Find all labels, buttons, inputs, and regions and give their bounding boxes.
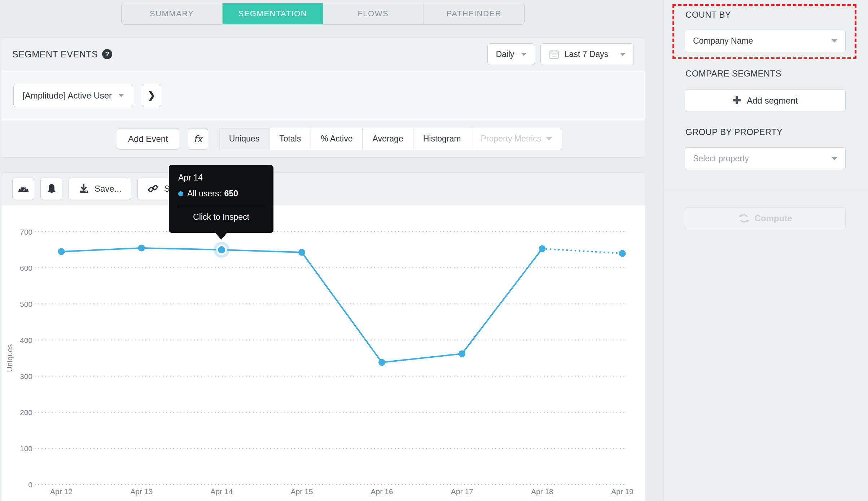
compare-segments-heading: COMPARE SEGMENTS: [685, 69, 781, 79]
metric-option-percent-active[interactable]: % Active: [311, 128, 362, 150]
refresh-icon: [738, 213, 749, 224]
view-tabs: SUMMARY SEGMENTATION FLOWS PATHFINDER: [121, 3, 525, 25]
svg-text:0: 0: [28, 480, 32, 489]
formula-button[interactable]: fx: [188, 128, 208, 150]
speedometer-icon: [17, 183, 30, 194]
chart-tooltip: Apr 14 All users: 650 Click to Inspect: [169, 165, 273, 233]
count-by-heading: COUNT BY: [685, 10, 731, 20]
alert-button[interactable]: [40, 178, 62, 200]
event-row: [Amplitude] Active User ❯: [1, 71, 645, 120]
add-event-label: Add Event: [128, 134, 168, 144]
expand-event-button[interactable]: ❯: [142, 84, 161, 107]
tooltip-date: Apr 14: [178, 173, 264, 183]
tab-pathfinder[interactable]: PATHFINDER: [424, 3, 525, 24]
add-event-button[interactable]: Add Event: [117, 128, 179, 150]
add-segment-button[interactable]: ✚ Add segment: [685, 89, 846, 112]
add-segment-label: Add segment: [747, 96, 798, 106]
chevron-down-icon: [118, 94, 124, 97]
save-label: Save...: [95, 184, 122, 194]
svg-text:Apr 13: Apr 13: [130, 487, 153, 496]
granularity-value: Daily: [496, 49, 514, 59]
help-icon[interactable]: ?: [102, 49, 112, 59]
metric-option-uniques[interactable]: Uniques: [219, 128, 269, 150]
metric-option-totals[interactable]: Totals: [269, 128, 311, 150]
save-button[interactable]: Save...: [69, 178, 131, 200]
compute-button[interactable]: Compute: [685, 207, 846, 229]
date-range-value: Last 7 Days: [565, 49, 608, 59]
group-by-placeholder: Select property: [693, 154, 749, 164]
event-dropdown-value: [Amplitude] Active User: [22, 91, 112, 101]
chevron-right-icon: ❯: [148, 90, 155, 101]
chevron-down-icon: [832, 39, 837, 43]
chevron-down-icon: [521, 53, 527, 56]
property-metrics-dropdown[interactable]: Property Metrics: [471, 128, 562, 150]
count-by-dropdown[interactable]: Company Name: [685, 30, 846, 52]
tooltip-value: 650: [224, 189, 238, 199]
series-dot-icon: [178, 191, 183, 196]
dashboard-button[interactable]: [12, 178, 34, 200]
svg-text:Apr 14: Apr 14: [210, 487, 233, 496]
svg-text:Apr 19: Apr 19: [611, 487, 634, 496]
svg-text:Apr 18: Apr 18: [531, 487, 553, 496]
date-range-dropdown[interactable]: Last 7 Days: [540, 43, 634, 65]
formula-icon: fx: [194, 134, 202, 144]
granularity-dropdown[interactable]: Daily: [487, 43, 535, 65]
svg-text:Apr 15: Apr 15: [290, 487, 313, 496]
svg-text:200: 200: [20, 408, 32, 417]
tooltip-divider: [178, 206, 264, 206]
link-icon: [147, 183, 159, 195]
metrics-row: Add Event fx Uniques Totals % Active Ave…: [1, 120, 645, 157]
bell-icon: [46, 183, 57, 195]
svg-text:400: 400: [20, 336, 32, 344]
svg-text:100: 100: [20, 444, 32, 453]
sidebar-divider: [663, 188, 868, 188]
download-icon: [78, 183, 89, 194]
panel-title: SEGMENT EVENTS: [12, 49, 98, 60]
svg-text:Apr 17: Apr 17: [451, 487, 473, 496]
event-dropdown[interactable]: [Amplitude] Active User: [13, 84, 133, 107]
chevron-down-icon: [832, 157, 837, 160]
chevron-down-icon: [546, 137, 552, 140]
svg-text:Uniques: Uniques: [5, 344, 14, 372]
svg-text:500: 500: [20, 300, 32, 308]
metric-option-histogram[interactable]: Histogram: [413, 128, 471, 150]
plus-icon: ✚: [733, 96, 741, 106]
segment-events-header: SEGMENT EVENTS ? Daily Last 7 Days: [1, 38, 645, 71]
segmentation-line-chart[interactable]: 0100200300400500600700Apr 12Apr 13Apr 14…: [1, 205, 645, 501]
chart-card: Save... Share 0100200300400500600700Apr …: [1, 172, 645, 501]
calendar-icon: [549, 49, 560, 60]
compute-label: Compute: [755, 213, 792, 223]
tooltip-series-label: All users:: [187, 189, 222, 199]
right-sidebar: COUNT BY Company Name COMPARE SEGMENTS ✚…: [663, 0, 868, 501]
metric-segmented-control: Uniques Totals % Active Average Histogra…: [219, 128, 562, 150]
svg-text:Apr 12: Apr 12: [50, 487, 73, 496]
tooltip-inspect-hint[interactable]: Click to Inspect: [178, 212, 264, 222]
chart-area: 0100200300400500600700Apr 12Apr 13Apr 14…: [1, 205, 645, 501]
group-by-heading: GROUP BY PROPERTY: [685, 127, 782, 137]
group-by-dropdown[interactable]: Select property: [685, 147, 846, 170]
property-metrics-label: Property Metrics: [481, 134, 541, 144]
tab-segmentation[interactable]: SEGMENTATION: [223, 3, 323, 24]
tab-summary[interactable]: SUMMARY: [122, 3, 223, 24]
chevron-down-icon: [620, 53, 626, 56]
count-by-value: Company Name: [693, 36, 753, 46]
tab-flows[interactable]: FLOWS: [323, 3, 424, 24]
segment-events-panel: SEGMENT EVENTS ? Daily Last 7 Days: [1, 37, 645, 158]
svg-text:700: 700: [20, 228, 32, 236]
metric-option-average[interactable]: Average: [362, 128, 413, 150]
svg-text:Apr 16: Apr 16: [371, 487, 393, 496]
svg-text:600: 600: [20, 264, 32, 272]
chart-toolbar: Save... Share: [1, 173, 645, 205]
svg-text:300: 300: [20, 372, 32, 380]
